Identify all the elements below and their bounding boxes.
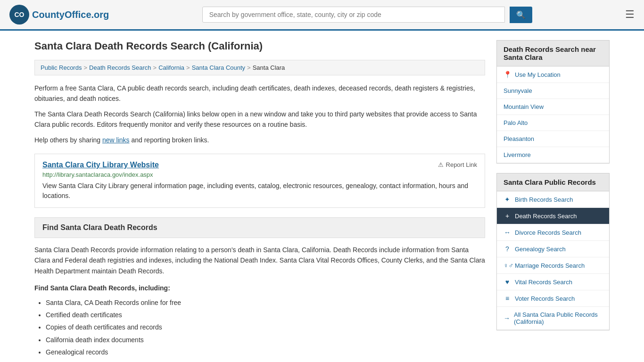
voter-records-icon: ≡ (504, 295, 511, 302)
marriage-records-link[interactable]: Marriage Records Search (515, 262, 585, 269)
link-card-url: http://library.santaclaraca.gov/index.as… (42, 171, 477, 178)
page-title: Santa Clara Death Records Search (Califo… (34, 40, 485, 52)
link-card-description: View Santa Clara City Library general in… (42, 181, 477, 201)
search-icon: 🔍 (516, 11, 526, 19)
find-section-content: Santa Clara Death Records provide inform… (34, 238, 485, 358)
search-button[interactable]: 🔍 (510, 7, 532, 23)
sidebar-item-vital-records[interactable]: ♥ Vital Records Search (497, 274, 609, 290)
marriage-records-icon: ♀♂ (504, 262, 511, 269)
sidebar-use-my-location[interactable]: 📍 Use My Location (497, 66, 609, 83)
svg-text:CO: CO (15, 11, 25, 18)
breadcrumb-santa-clara: Santa Clara (253, 64, 285, 71)
sidebar-nearby-livermore[interactable]: Livermore (497, 147, 609, 163)
list-item: Genealogical records (46, 347, 485, 357)
sidebar-nearby-list: 📍 Use My Location Sunnyvale Mountain Vie… (496, 66, 610, 164)
breadcrumb-death-records[interactable]: Death Records Search (89, 64, 151, 71)
link-card-title[interactable]: Santa Clara City Library Website (42, 161, 159, 169)
list-item: Copies of death certificates and records (46, 322, 485, 332)
find-section-list-title: Find Santa Clara Death Records, includin… (34, 283, 485, 293)
breadcrumb-california[interactable]: California (158, 64, 184, 71)
sidebar-public-records-list: ✦ Birth Records Search + Death Records S… (496, 191, 610, 330)
logo-icon: CO (9, 5, 29, 25)
find-section-title: Find Santa Clara Death Records (42, 223, 157, 231)
hamburger-icon: ☰ (625, 8, 635, 20)
description-1: Perform a free Santa Clara, CA public de… (34, 83, 485, 104)
logo-area: CO CountyOffice.org (9, 5, 109, 25)
report-icon: ⚠ (438, 161, 444, 168)
breadcrumb-sep-1: > (83, 64, 87, 71)
birth-records-icon: ✦ (504, 196, 511, 203)
description-3: Help others by sharing new links and rep… (34, 135, 485, 145)
location-pin-icon: 📍 (504, 71, 511, 78)
birth-records-link[interactable]: Birth Records Search (515, 196, 573, 203)
list-item: Santa Clara, CA Death Records online for… (46, 297, 485, 308)
death-records-label: Death Records Search (515, 213, 577, 220)
find-section-list: Santa Clara, CA Death Records online for… (46, 297, 485, 358)
death-records-icon: + (504, 212, 511, 220)
report-link-button[interactable]: ⚠ Report Link (438, 161, 477, 168)
sidebar-item-marriage-records[interactable]: ♀♂ Marriage Records Search (497, 257, 609, 274)
breadcrumb-public-records[interactable]: Public Records (41, 64, 82, 71)
link-card: Santa Clara City Library Website ⚠ Repor… (34, 154, 485, 208)
sidebar-item-birth-records[interactable]: ✦ Birth Records Search (497, 191, 609, 208)
sidebar-item-death-records[interactable]: + Death Records Search (497, 208, 609, 224)
genealogy-link[interactable]: Genealogy Search (515, 246, 566, 253)
description-2: The Santa Clara Death Records Search (Ca… (34, 109, 485, 130)
breadcrumb: Public Records > Death Records Search > … (34, 60, 485, 75)
find-section-body: Santa Clara Death Records provide inform… (34, 245, 485, 276)
sidebar: Death Records Search near Santa Clara 📍 … (496, 40, 610, 359)
sidebar-nearby-mountain-view[interactable]: Mountain View (497, 99, 609, 115)
list-item: California death index documents (46, 335, 485, 345)
sidebar-nearby-sunnyvale[interactable]: Sunnyvale (497, 83, 609, 99)
sidebar-item-genealogy[interactable]: ? Genealogy Search (497, 241, 609, 257)
link-card-header: Santa Clara City Library Website ⚠ Repor… (42, 161, 477, 169)
hamburger-button[interactable]: ☰ (625, 8, 635, 21)
breadcrumb-sep-3: > (186, 64, 190, 71)
find-section-header: Find Santa Clara Death Records (34, 217, 485, 238)
sidebar-nearby-section: Death Records Search near Santa Clara 📍 … (496, 40, 610, 164)
content-area: Santa Clara Death Records Search (Califo… (34, 40, 485, 359)
main-container: Santa Clara Death Records Search (Califo… (25, 31, 619, 362)
breadcrumb-santa-clara-county[interactable]: Santa Clara County (192, 64, 245, 71)
logo-text: CountyOffice.org (32, 9, 109, 20)
new-links-link[interactable]: new links (102, 136, 130, 144)
sidebar-nearby-pleasanton[interactable]: Pleasanton (497, 131, 609, 147)
breadcrumb-sep-4: > (247, 64, 251, 71)
sidebar-public-records-header: Santa Clara Public Records (496, 173, 610, 191)
list-item: Certified death certificates (46, 310, 485, 320)
all-records-icon: → (504, 314, 510, 322)
vital-records-link[interactable]: Vital Records Search (515, 279, 572, 286)
vital-records-icon: ♥ (504, 278, 511, 286)
sidebar-public-records-section: Santa Clara Public Records ✦ Birth Recor… (496, 173, 610, 330)
voter-records-link[interactable]: Voter Records Search (515, 295, 575, 302)
all-records-link[interactable]: All Santa Clara Public Records (Californ… (514, 311, 603, 325)
sidebar-nearby-palo-alto[interactable]: Palo Alto (497, 115, 609, 131)
sidebar-nearby-header: Death Records Search near Santa Clara (496, 40, 610, 66)
search-area: 🔍 (202, 7, 532, 23)
site-header: CO CountyOffice.org 🔍 ☰ (0, 0, 644, 31)
sidebar-item-divorce-records[interactable]: ↔ Divorce Records Search (497, 224, 609, 241)
search-input[interactable] (202, 7, 505, 23)
divorce-records-icon: ↔ (504, 229, 511, 236)
sidebar-item-all-records[interactable]: → All Santa Clara Public Records (Califo… (497, 307, 609, 330)
genealogy-icon: ? (504, 245, 511, 253)
breadcrumb-sep-2: > (153, 64, 157, 71)
divorce-records-link[interactable]: Divorce Records Search (515, 229, 581, 236)
sidebar-item-voter-records[interactable]: ≡ Voter Records Search (497, 290, 609, 307)
